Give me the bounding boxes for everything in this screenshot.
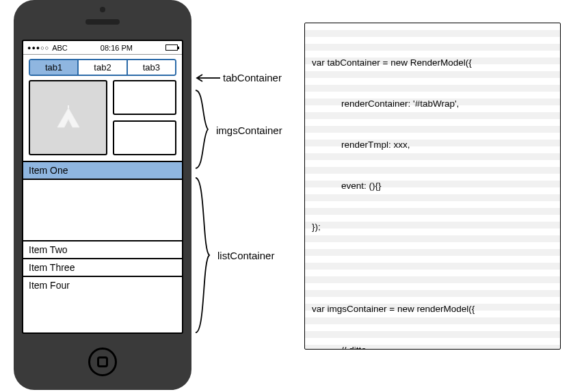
- phone-top: [14, 0, 191, 40]
- list-item[interactable]: Item One: [23, 162, 182, 180]
- battery-icon: [165, 44, 178, 51]
- tent-icon: [55, 104, 82, 131]
- code-panel: var tabContainer = new RenderModel({ ren…: [304, 23, 561, 350]
- list-container: Item One Item Two Item Three Item Four: [23, 161, 182, 293]
- home-icon: [97, 356, 108, 367]
- list-item-detail[interactable]: [23, 180, 182, 241]
- code-line: event: (){}: [312, 179, 553, 193]
- code-line: renderContainer: '#tabWrap',: [312, 97, 553, 111]
- speaker-slot: [85, 19, 120, 25]
- tab-2[interactable]: tab2: [79, 60, 127, 75]
- tab-1[interactable]: tab1: [30, 60, 79, 75]
- carrier-label: ABC: [52, 44, 68, 52]
- list-item[interactable]: Item Four: [23, 277, 182, 293]
- thumb-2[interactable]: [113, 120, 176, 155]
- main-image[interactable]: [29, 80, 107, 155]
- phone-frame: ●●●○○ ABC 08:16 PM tab1 tab2 tab3: [14, 0, 191, 390]
- code-line: var imgsContainer = new renderModel({: [312, 302, 553, 316]
- code-line: var tabContainer = new RenderModel({: [312, 56, 553, 70]
- tab-container: tab1 tab2 tab3: [29, 59, 176, 76]
- phone-screen: ●●●○○ ABC 08:16 PM tab1 tab2 tab3: [22, 40, 183, 334]
- code-line: // ditto ....: [312, 343, 553, 350]
- clock: 08:16 PM: [101, 44, 133, 52]
- list-item[interactable]: Item Two: [23, 241, 182, 259]
- imgs-container: [29, 80, 176, 155]
- tab-3[interactable]: tab3: [128, 60, 175, 75]
- status-bar: ●●●○○ ABC 08:16 PM: [23, 41, 182, 55]
- label-tab: tabContainer: [223, 72, 282, 83]
- code-line: [312, 261, 553, 275]
- signal-icon: ●●●○○: [27, 44, 49, 51]
- label-list: listContainer: [217, 250, 274, 261]
- thumb-1[interactable]: [113, 80, 176, 115]
- camera-dot: [100, 7, 105, 12]
- label-imgs: imgsContainer: [216, 125, 282, 136]
- code-line: renderTmpl: xxx,: [312, 138, 553, 152]
- code-line: });: [312, 220, 553, 234]
- home-button[interactable]: [88, 348, 117, 376]
- list-item[interactable]: Item Three: [23, 259, 182, 277]
